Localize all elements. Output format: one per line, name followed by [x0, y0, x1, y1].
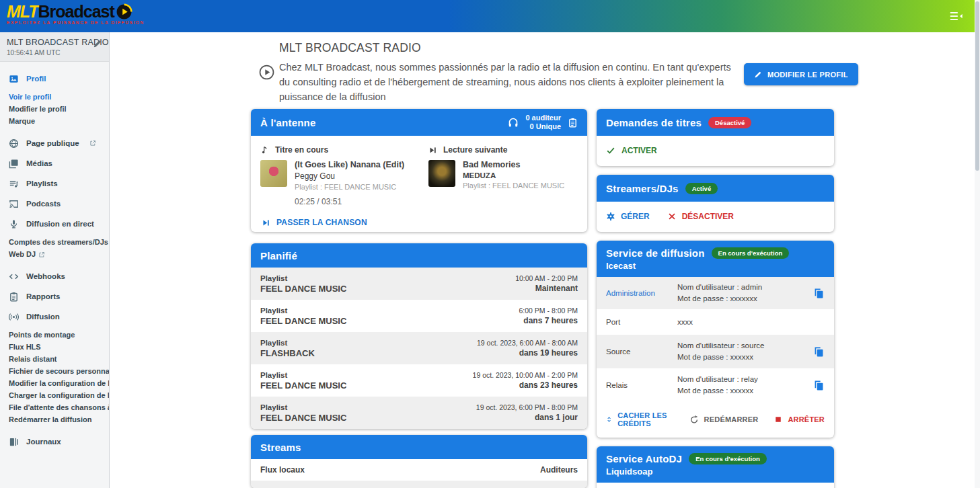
- sidebar-item-label: Voir le profil: [9, 93, 51, 101]
- activate-requests-button[interactable]: ACTIVER: [597, 136, 834, 166]
- sidebar-item-flux-hls[interactable]: Flux HLS: [0, 341, 109, 353]
- sidebar-item-page-publique[interactable]: Page publique: [0, 135, 109, 151]
- service-row-port: Port xxxx: [597, 309, 834, 335]
- sidebar-item-marque[interactable]: Marque: [0, 115, 109, 127]
- album-art-next: [428, 160, 455, 187]
- edit-profile-button[interactable]: MODIFIER LE PROFIL: [744, 63, 858, 85]
- microphone-icon: [9, 219, 19, 229]
- credential-line: Mot de passe : xxxxxx: [677, 385, 813, 397]
- sidebar-item-medias[interactable]: Médias: [0, 155, 109, 171]
- credential-line: Nom d'utilisateur : source: [677, 340, 813, 352]
- external-link-icon: [38, 251, 45, 258]
- skip-next-icon: [428, 146, 437, 155]
- hide-credentials-label: CACHER LES CRÉDITS: [617, 411, 673, 428]
- sidebar-item-modifier-le-profil[interactable]: Modifier le profil: [0, 103, 109, 115]
- sidebar-item-fichier-secours[interactable]: Fichier de secours personnalisé: [0, 365, 109, 377]
- copy-icon[interactable]: [813, 380, 825, 391]
- copy-icon[interactable]: [813, 288, 825, 299]
- now-song-title: (It Goes Like) Nanana (Edit): [295, 160, 404, 170]
- sidebar-item-label: Comptes des streamers/DJs: [9, 238, 108, 246]
- skip-song-label: PASSER LA CHANSON: [276, 218, 367, 227]
- restart-service-button[interactable]: REDÉMARRER: [689, 415, 759, 424]
- next-song-artist: MEDUZA: [463, 171, 564, 179]
- top-bar: MLTBroadcast EXPLOITEZ LA PUISSANCE DE L…: [0, 0, 975, 32]
- disable-streamers-button[interactable]: DÉSACTIVER: [667, 212, 734, 221]
- schedule-when: Maintenant: [515, 284, 578, 293]
- edit-station-icon[interactable]: [93, 39, 102, 48]
- sidebar-item-config-liquidsoap[interactable]: Modifier la configuration de Liquidsoap: [0, 377, 109, 389]
- now-song-elapsed: 02:25 / 03:51: [295, 197, 428, 206]
- song-history-clipboard-icon[interactable]: [568, 118, 578, 128]
- page-scrollbar[interactable]: [975, 0, 980, 488]
- sidebar-item-label: Médias: [26, 159, 52, 167]
- sidebar-item-playlists[interactable]: Playlists: [0, 175, 109, 192]
- logo-broadcast-text: Broadcast: [38, 3, 114, 20]
- sidebar-item-points-de-montage[interactable]: Points de montage: [0, 329, 109, 341]
- hide-credentials-button[interactable]: CACHER LES CRÉDITS: [606, 411, 673, 428]
- sidebar-item-label: Diffusion en direct: [26, 220, 94, 228]
- manage-streamers-button[interactable]: GÉRER: [606, 212, 650, 221]
- scheduled-card: Planifié PlaylistFEEL DANCE MUSIC 10:00 …: [251, 243, 587, 429]
- schedule-time: 10:00 AM - 2:00 PM: [515, 274, 578, 282]
- listeners-column-label: Auditeurs: [540, 465, 578, 475]
- sidebar-item-profil[interactable]: Profil: [0, 71, 109, 87]
- copy-icon[interactable]: [813, 346, 825, 358]
- scrollbar-thumb[interactable]: [975, 1, 979, 171]
- sidebar-item-webhooks[interactable]: Webhooks: [0, 268, 109, 284]
- administration-link[interactable]: Administration: [606, 289, 677, 297]
- scheduled-title: Planifié: [260, 250, 297, 261]
- stop-service-button[interactable]: ARRÊTER: [774, 415, 825, 423]
- streams-card: Streams Flux locaux Auditeurs: [251, 435, 587, 488]
- schedule-row: PlaylistFEEL DANCE MUSIC 6:00 PM - 8:00 …: [251, 300, 587, 332]
- sidebar-item-web-dj[interactable]: Web DJ: [0, 248, 109, 260]
- station-description: Chez MLT Broadcast, nous sommes passionn…: [279, 60, 737, 104]
- manage-label: GÉRER: [621, 212, 650, 221]
- sidebar-item-rapports[interactable]: Rapports: [0, 288, 109, 304]
- sidebar-item-journaux[interactable]: Journaux: [0, 434, 109, 450]
- next-song-playlist: Playlist : FEEL DANCE MUSIC: [463, 181, 564, 190]
- sidebar-item-redemarrer-diffusion[interactable]: Redémarrer la diffusion: [0, 413, 109, 425]
- sidebar-item-label: Playlists: [26, 179, 58, 188]
- streamers-status-badge: Activé: [685, 183, 718, 194]
- menu-open-icon[interactable]: [949, 9, 964, 24]
- sidebar-item-voir-le-profil[interactable]: Voir le profil: [0, 91, 109, 103]
- on-air-title: À l'antenne: [260, 117, 315, 128]
- code-icon: [9, 272, 19, 282]
- sidebar-item-label: Rapports: [26, 292, 60, 300]
- autodj-service-card: Service AutoDJ En cours d'exécution Liqu…: [597, 446, 834, 488]
- sidebar-item-label: Points de montage: [9, 331, 75, 339]
- schedule-time: 19 oct. 2023, 6:00 PM - 8:00 PM: [476, 403, 578, 411]
- schedule-time: 6:00 PM - 8:00 PM: [519, 307, 578, 315]
- page-title: MLT BROADCAST RADIO: [279, 41, 737, 55]
- service-row-administration: Administration Nom d'utilisateur : admin…: [597, 277, 834, 309]
- sidebar-item-label: Webhooks: [26, 272, 65, 280]
- stop-label: ARRÊTER: [788, 415, 825, 423]
- sidebar-item-label: Fichier de secours personnalisé: [9, 367, 110, 375]
- sidebar-item-charger-config[interactable]: Charger la configuration de l'outil stre…: [0, 389, 109, 401]
- requests-status-badge: Désactivé: [708, 117, 751, 128]
- streams-title: Streams: [260, 442, 301, 453]
- sidebar-item-diffusion[interactable]: Diffusion: [0, 309, 109, 325]
- schedule-name: FLASHBACK: [260, 348, 315, 358]
- now-playing-block: Titre en cours (It Goes Like) Nanana (Ed…: [260, 143, 428, 206]
- schedule-row: PlaylistFEEL DANCE MUSIC 19 oct. 2023, 6…: [251, 397, 587, 429]
- sidebar-item-comptes-streamers[interactable]: Comptes des streamers/DJs: [0, 236, 109, 248]
- autodj-subtitle: Liquidsoap: [606, 466, 825, 477]
- credential-line: Mot de passe : xxxxxx: [677, 352, 813, 363]
- sidebar-item-podcasts[interactable]: Podcasts: [0, 196, 109, 212]
- sidebar-item-diffusion-en-direct[interactable]: Diffusion en direct: [0, 216, 109, 232]
- up-down-icon: [606, 415, 612, 424]
- now-song-playlist: Playlist : FEEL DANCE MUSIC: [295, 183, 404, 191]
- on-air-card: À l'antenne 0 auditeur 0 Unique Titre en…: [251, 109, 587, 232]
- sidebar-item-label: Diffusion: [26, 313, 60, 321]
- sidebar-item-relais-distant[interactable]: Relais distant: [0, 353, 109, 365]
- streamers-card: Streamers/DJs Activé GÉRER DÉSACTIVER: [597, 175, 834, 232]
- schedule-row: PlaylistFEEL DANCE MUSIC 10:00 AM - 2:00…: [251, 268, 587, 300]
- sidebar-item-file-attente[interactable]: File d'attente des chansons à venir: [0, 401, 109, 413]
- skip-song-button[interactable]: PASSER LA CHANSON: [251, 206, 587, 227]
- activate-label: ACTIVER: [621, 146, 657, 155]
- globe-icon: [9, 138, 19, 149]
- service-subtitle: Icecast: [606, 261, 825, 271]
- stream-row-partial: [251, 481, 587, 488]
- pencil-icon: [754, 71, 762, 79]
